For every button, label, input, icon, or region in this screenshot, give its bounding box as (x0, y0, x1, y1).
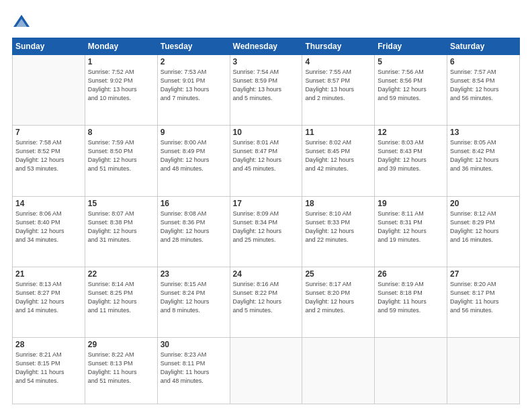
calendar-day-cell (230, 338, 302, 404)
day-number: 27 (450, 269, 517, 279)
calendar-header-cell: Monday (85, 38, 157, 55)
day-info: Sunrise: 8:03 AM Sunset: 8:43 PM Dayligh… (378, 138, 444, 173)
day-number: 8 (88, 128, 154, 137)
calendar-day-cell: 13Sunrise: 8:05 AM Sunset: 8:42 PM Dayli… (447, 126, 520, 196)
day-info: Sunrise: 7:55 AM Sunset: 8:57 PM Dayligh… (305, 68, 371, 103)
day-info: Sunrise: 8:00 AM Sunset: 8:49 PM Dayligh… (161, 138, 227, 173)
day-number: 30 (161, 340, 227, 349)
calendar-day-cell (13, 55, 85, 126)
day-number: 24 (233, 269, 300, 279)
calendar-day-cell: 5Sunrise: 7:56 AM Sunset: 8:56 PM Daylig… (375, 55, 447, 126)
calendar-day-cell: 21Sunrise: 8:13 AM Sunset: 8:27 PM Dayli… (13, 267, 85, 337)
day-number: 1 (88, 57, 154, 66)
day-number: 10 (233, 128, 300, 137)
day-info: Sunrise: 7:54 AM Sunset: 8:59 PM Dayligh… (233, 68, 300, 103)
day-info: Sunrise: 8:23 AM Sunset: 8:11 PM Dayligh… (161, 351, 227, 385)
day-info: Sunrise: 8:22 AM Sunset: 8:13 PM Dayligh… (88, 351, 154, 385)
calendar-day-cell: 28Sunrise: 8:21 AM Sunset: 8:15 PM Dayli… (13, 338, 85, 404)
day-info: Sunrise: 8:07 AM Sunset: 8:38 PM Dayligh… (88, 210, 154, 244)
calendar-day-cell: 8Sunrise: 7:59 AM Sunset: 8:50 PM Daylig… (85, 126, 157, 196)
calendar-day-cell: 2Sunrise: 7:53 AM Sunset: 9:01 PM Daylig… (157, 55, 230, 126)
calendar-day-cell: 23Sunrise: 8:15 AM Sunset: 8:24 PM Dayli… (157, 267, 230, 337)
calendar-day-cell: 9Sunrise: 8:00 AM Sunset: 8:49 PM Daylig… (157, 126, 230, 196)
day-info: Sunrise: 7:58 AM Sunset: 8:52 PM Dayligh… (15, 138, 82, 173)
calendar-header-cell: Wednesday (230, 38, 302, 55)
calendar-header-cell: Tuesday (157, 38, 230, 55)
day-number: 11 (305, 128, 371, 137)
day-info: Sunrise: 8:09 AM Sunset: 8:34 PM Dayligh… (233, 210, 300, 244)
day-info: Sunrise: 8:11 AM Sunset: 8:31 PM Dayligh… (378, 210, 444, 244)
calendar-day-cell: 27Sunrise: 8:20 AM Sunset: 8:17 PM Dayli… (447, 267, 520, 337)
calendar-body: 1Sunrise: 7:52 AM Sunset: 9:02 PM Daylig… (13, 55, 520, 404)
logo-icon (12, 12, 31, 31)
calendar-day-cell: 4Sunrise: 7:55 AM Sunset: 8:57 PM Daylig… (302, 55, 375, 126)
calendar-day-cell: 22Sunrise: 8:14 AM Sunset: 8:25 PM Dayli… (85, 267, 157, 337)
page: SundayMondayTuesdayWednesdayThursdayFrid… (0, 0, 532, 411)
day-number: 5 (378, 57, 444, 66)
day-info: Sunrise: 7:52 AM Sunset: 9:02 PM Dayligh… (88, 68, 154, 103)
day-number: 3 (233, 57, 300, 66)
calendar-header-cell: Thursday (302, 38, 375, 55)
calendar-header-cell: Sunday (13, 38, 85, 55)
calendar-day-cell: 25Sunrise: 8:17 AM Sunset: 8:20 PM Dayli… (302, 267, 375, 337)
day-info: Sunrise: 8:20 AM Sunset: 8:17 PM Dayligh… (450, 280, 517, 315)
day-info: Sunrise: 7:53 AM Sunset: 9:01 PM Dayligh… (161, 68, 227, 103)
calendar-day-cell: 19Sunrise: 8:11 AM Sunset: 8:31 PM Dayli… (375, 196, 447, 267)
day-info: Sunrise: 8:12 AM Sunset: 8:29 PM Dayligh… (450, 210, 517, 244)
day-number: 7 (15, 128, 82, 137)
calendar-day-cell: 3Sunrise: 7:54 AM Sunset: 8:59 PM Daylig… (230, 55, 302, 126)
day-number: 19 (378, 199, 444, 208)
day-number: 18 (305, 199, 371, 208)
calendar-day-cell: 20Sunrise: 8:12 AM Sunset: 8:29 PM Dayli… (447, 196, 520, 267)
day-info: Sunrise: 8:05 AM Sunset: 8:42 PM Dayligh… (450, 138, 517, 173)
day-number: 22 (88, 269, 154, 279)
day-info: Sunrise: 8:17 AM Sunset: 8:20 PM Dayligh… (305, 280, 371, 315)
day-info: Sunrise: 7:57 AM Sunset: 8:54 PM Dayligh… (450, 68, 517, 103)
day-number: 25 (305, 269, 371, 279)
day-info: Sunrise: 8:19 AM Sunset: 8:18 PM Dayligh… (378, 280, 444, 315)
day-number: 21 (15, 269, 82, 279)
calendar-day-cell: 30Sunrise: 8:23 AM Sunset: 8:11 PM Dayli… (157, 338, 230, 404)
calendar-day-cell: 10Sunrise: 8:01 AM Sunset: 8:47 PM Dayli… (230, 126, 302, 196)
calendar-day-cell: 12Sunrise: 8:03 AM Sunset: 8:43 PM Dayli… (375, 126, 447, 196)
calendar-day-cell: 7Sunrise: 7:58 AM Sunset: 8:52 PM Daylig… (13, 126, 85, 196)
day-info: Sunrise: 8:14 AM Sunset: 8:25 PM Dayligh… (88, 280, 154, 315)
day-info: Sunrise: 8:10 AM Sunset: 8:33 PM Dayligh… (305, 210, 371, 244)
day-number: 29 (88, 340, 154, 349)
calendar-day-cell: 11Sunrise: 8:02 AM Sunset: 8:45 PM Dayli… (302, 126, 375, 196)
calendar-week-row: 21Sunrise: 8:13 AM Sunset: 8:27 PM Dayli… (13, 267, 520, 337)
day-info: Sunrise: 7:59 AM Sunset: 8:50 PM Dayligh… (88, 138, 154, 173)
day-info: Sunrise: 8:16 AM Sunset: 8:22 PM Dayligh… (233, 280, 300, 315)
calendar-week-row: 14Sunrise: 8:06 AM Sunset: 8:40 PM Dayli… (13, 196, 520, 267)
calendar-day-cell: 1Sunrise: 7:52 AM Sunset: 9:02 PM Daylig… (85, 55, 157, 126)
calendar-week-row: 1Sunrise: 7:52 AM Sunset: 9:02 PM Daylig… (13, 55, 520, 126)
calendar-day-cell: 6Sunrise: 7:57 AM Sunset: 8:54 PM Daylig… (447, 55, 520, 126)
day-number: 6 (450, 57, 517, 66)
day-number: 16 (161, 199, 227, 208)
calendar-day-cell: 29Sunrise: 8:22 AM Sunset: 8:13 PM Dayli… (85, 338, 157, 404)
day-number: 9 (161, 128, 227, 137)
day-number: 15 (88, 199, 154, 208)
day-number: 13 (450, 128, 517, 137)
day-info: Sunrise: 8:06 AM Sunset: 8:40 PM Dayligh… (15, 210, 82, 244)
header (12, 12, 520, 31)
day-info: Sunrise: 8:02 AM Sunset: 8:45 PM Dayligh… (305, 138, 371, 173)
day-number: 4 (305, 57, 371, 66)
day-info: Sunrise: 8:08 AM Sunset: 8:36 PM Dayligh… (161, 210, 227, 244)
day-number: 12 (378, 128, 444, 137)
calendar-day-cell: 15Sunrise: 8:07 AM Sunset: 8:38 PM Dayli… (85, 196, 157, 267)
calendar-week-row: 7Sunrise: 7:58 AM Sunset: 8:52 PM Daylig… (13, 126, 520, 196)
logo (12, 12, 34, 31)
day-number: 20 (450, 199, 517, 208)
calendar-header-row: SundayMondayTuesdayWednesdayThursdayFrid… (13, 38, 520, 55)
day-number: 14 (15, 199, 82, 208)
day-info: Sunrise: 7:56 AM Sunset: 8:56 PM Dayligh… (378, 68, 444, 103)
calendar-header-cell: Saturday (447, 38, 520, 55)
calendar-day-cell (375, 338, 447, 404)
day-number: 23 (161, 269, 227, 279)
calendar-day-cell: 18Sunrise: 8:10 AM Sunset: 8:33 PM Dayli… (302, 196, 375, 267)
calendar-day-cell (302, 338, 375, 404)
calendar-day-cell: 16Sunrise: 8:08 AM Sunset: 8:36 PM Dayli… (157, 196, 230, 267)
day-info: Sunrise: 8:15 AM Sunset: 8:24 PM Dayligh… (161, 280, 227, 315)
day-info: Sunrise: 8:01 AM Sunset: 8:47 PM Dayligh… (233, 138, 300, 173)
